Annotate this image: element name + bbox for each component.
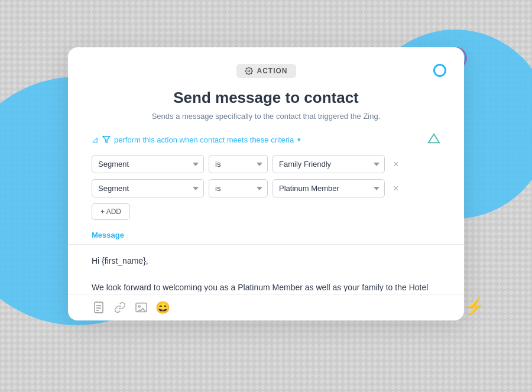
- card-inner: ACTION Send message to contact Sends a m…: [68, 47, 464, 231]
- gear-icon: [245, 67, 253, 75]
- criteria-row: ⊿ perform this action when contact meets…: [92, 132, 440, 147]
- svg-marker-2: [429, 134, 439, 143]
- message-toolbar: 😄: [68, 294, 464, 320]
- triangle-icon-container: [427, 132, 440, 147]
- operator-select-2[interactable]: is is not: [209, 179, 268, 197]
- card-subtitle: Sends a message specifically to the cont…: [92, 112, 440, 121]
- svg-point-0: [248, 70, 250, 72]
- action-badge: ACTION: [236, 64, 296, 78]
- filter-row-1: Segment Tag List is is not Family Friend…: [92, 155, 440, 173]
- emoji-toolbar-icon[interactable]: 😄: [155, 300, 170, 315]
- top-right-circle-icon: [433, 64, 446, 77]
- remove-filter-1[interactable]: ×: [390, 157, 402, 171]
- svg-marker-1: [103, 137, 110, 143]
- filter-row-2: Segment Tag List is is not Platinum Memb…: [92, 179, 440, 197]
- segment-select-1[interactable]: Segment Tag List: [92, 155, 204, 173]
- criteria-dropdown-arrow[interactable]: ▾: [297, 136, 301, 144]
- operator-select-1[interactable]: is is not: [209, 155, 268, 173]
- message-textarea[interactable]: Hi {first_name}, We look forward to welc…: [68, 244, 464, 291]
- card-title: Send message to contact: [92, 89, 440, 107]
- document-toolbar-icon[interactable]: [92, 300, 106, 315]
- link-toolbar-icon[interactable]: [113, 300, 127, 315]
- remove-filter-2[interactable]: ×: [390, 182, 402, 196]
- message-label: Message: [68, 231, 464, 239]
- bg-zigzag: ⚡: [464, 299, 485, 315]
- value-select-1[interactable]: Family Friendly Platinum Member Gold Mem…: [273, 155, 385, 173]
- segment-select-2[interactable]: Segment Tag List: [92, 179, 204, 197]
- svg-point-8: [138, 306, 140, 307]
- svg-rect-3: [95, 302, 103, 313]
- funnel-icon: [102, 135, 111, 144]
- main-card: ACTION Send message to contact Sends a m…: [68, 47, 464, 320]
- criteria-label[interactable]: perform this action when contact meets t…: [114, 135, 294, 144]
- image-toolbar-icon[interactable]: [134, 300, 148, 315]
- filter-icon: ⊿: [92, 135, 99, 144]
- action-badge-container: ACTION: [92, 64, 440, 78]
- triangle-up-icon: [427, 132, 440, 144]
- action-badge-label: ACTION: [257, 67, 288, 75]
- add-filter-button[interactable]: + ADD: [92, 203, 130, 220]
- value-select-2[interactable]: Platinum Member Family Friendly Gold Mem…: [273, 179, 385, 197]
